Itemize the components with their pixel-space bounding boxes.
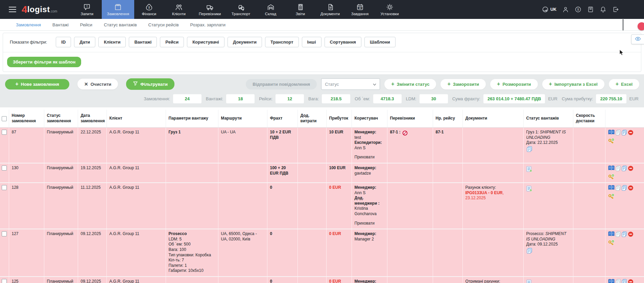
subnav-item-статус-вантажів[interactable]: Статус вантажів [98, 22, 142, 27]
hide-link[interactable]: Приховати [355, 155, 384, 160]
copy-docs-icon[interactable] [622, 165, 627, 171]
remove-icon[interactable] [628, 279, 634, 283]
hide-link[interactable]: Приховати [355, 221, 384, 226]
copy-pages-icon[interactable] [526, 248, 532, 255]
documents-cell [462, 229, 523, 277]
copy-icon[interactable] [616, 279, 621, 283]
nav-item-фінанси[interactable]: $Фінанси [134, 0, 164, 19]
subnav-item-розрах-зарплати[interactable]: Розрах. зарплати [185, 22, 232, 27]
trip-number-cell [433, 183, 462, 229]
row-checkbox[interactable] [2, 185, 7, 190]
total-value: 12 [276, 94, 304, 103]
order-date-cell: 11.12.2025 [78, 183, 106, 229]
subnav-item-рейси[interactable]: Рейси [74, 22, 98, 27]
row-checkbox[interactable] [2, 231, 7, 236]
carriers-cell [387, 277, 433, 283]
copy-pages-icon[interactable] [526, 146, 532, 154]
notification-badge[interactable] [638, 22, 644, 30]
імпортувати-з-excel-button[interactable]: +Імпортувати з Excel [542, 79, 604, 89]
nav-item-звіти[interactable]: Звіти [286, 0, 315, 19]
nav-item-запити[interactable]: ?Запити [72, 0, 102, 19]
log-book-icon[interactable] [608, 231, 615, 236]
user-icon[interactable] [562, 6, 569, 13]
select-all-checkbox[interactable] [2, 116, 7, 121]
log-book-icon[interactable] [608, 165, 615, 171]
filter-chip-документи[interactable]: Документи [228, 37, 262, 47]
subnav-item-замовлення[interactable]: Замовлення [10, 22, 47, 27]
row-checkbox[interactable] [2, 130, 7, 135]
carriers-cell [387, 183, 433, 229]
doc-icon[interactable] [526, 280, 531, 283]
logo[interactable]: 4logist.com [22, 0, 57, 19]
remove-icon[interactable] [628, 165, 634, 171]
copy-icon[interactable] [616, 130, 621, 135]
row-checkbox[interactable] [2, 279, 7, 283]
filter-chip-рейси[interactable]: Рейси [160, 37, 184, 47]
remove-icon[interactable] [628, 130, 634, 135]
show-filters-label: Показати фільтри: [10, 40, 47, 45]
key-add-icon[interactable] [608, 138, 615, 144]
copy-icon[interactable] [616, 185, 621, 191]
copy-icon[interactable] [616, 231, 621, 237]
book-icon[interactable] [587, 6, 594, 13]
фільтрувати-button[interactable]: Фільтрувати [126, 78, 174, 90]
copy-docs-icon[interactable] [622, 130, 627, 135]
змінити-статус-button[interactable]: +Змінити статус [384, 79, 436, 89]
user-cell: Менеджер:Ann SДод. менеджери :Kristina G… [352, 183, 387, 229]
nav-item-завдання[interactable]: 12Завдання [345, 0, 375, 19]
nav-item-перевізники[interactable]: Перевізники [194, 0, 226, 19]
filter-chip-вантажі[interactable]: Вантажі [129, 37, 157, 47]
watch-toggle-button[interactable] [631, 34, 644, 44]
нове-замовлення-button[interactable]: +Нове замовлення [5, 79, 69, 89]
column-header-маршрути: Маршрути [218, 110, 267, 128]
carrier-status-icon[interactable] [402, 130, 408, 137]
nav-item-склад[interactable]: Склад [256, 0, 286, 19]
filter-chip-користувачі[interactable]: Користувачі [187, 37, 224, 47]
doc-add-icon[interactable] [526, 166, 532, 174]
log-book-icon[interactable] [608, 279, 615, 283]
filter-chip-сортування[interactable]: Сортування [325, 37, 361, 47]
save-filter-template-button[interactable]: Зберегти фільтри як шаблон [7, 57, 81, 67]
nav-item-документи[interactable]: Документи [315, 0, 345, 19]
send-message-button[interactable]: Відправити повідомлення [246, 79, 317, 89]
filter-chip-транспорт[interactable]: Транспорт [265, 37, 299, 47]
filter-chip-шаблони[interactable]: Шаблони [364, 37, 396, 47]
subnav-item-статуси-рейсів[interactable]: Статуси рейсів [143, 22, 185, 27]
bell-icon[interactable] [600, 6, 606, 13]
заморозити-button[interactable]: +Заморозити [440, 79, 486, 89]
subnav-item-вантажі[interactable]: Вантажі [47, 22, 74, 27]
row-checkbox[interactable] [2, 165, 7, 171]
log-book-icon[interactable] [608, 185, 615, 190]
excel-button[interactable]: +Excel [609, 79, 639, 89]
copy-docs-icon[interactable] [622, 185, 627, 191]
filter-chip-дати[interactable]: Дати [74, 37, 95, 47]
copy-icon[interactable] [616, 165, 621, 171]
copy-docs-icon[interactable] [622, 231, 627, 237]
plus-icon: + [616, 82, 619, 86]
remove-icon[interactable] [628, 185, 634, 191]
logout-icon[interactable] [612, 6, 619, 13]
filter-chip-id[interactable]: ID [56, 37, 71, 47]
nav-item-клієнти[interactable]: Клієнти [164, 0, 194, 19]
nav-item-транспорт[interactable]: Транспорт [226, 0, 256, 19]
filter-chip-клієнти[interactable]: Клієнти [98, 37, 126, 47]
key-add-icon[interactable] [608, 194, 615, 199]
очистити-button[interactable]: ✕Очистити [77, 79, 118, 89]
menu-icon[interactable] [0, 0, 22, 19]
nav-item-замовлення[interactable]: Замовлення [102, 0, 134, 19]
column-header-дата-замовлення: Дата замовлення [78, 110, 106, 128]
key-add-icon[interactable] [608, 240, 615, 246]
nav-item-установки[interactable]: Установки [375, 0, 405, 19]
row-actions-cell [605, 163, 644, 183]
copy-docs-icon[interactable] [622, 279, 627, 283]
language-switcher[interactable]: UK [542, 6, 556, 13]
filter-chip-інші[interactable]: Інші [302, 37, 321, 47]
розморозити-button[interactable]: +Розморозити [490, 79, 538, 89]
doc-add-icon[interactable] [526, 186, 532, 193]
status-select[interactable]: Статус [321, 78, 380, 90]
dollar-icon[interactable]: $ [575, 6, 581, 13]
remove-icon[interactable] [628, 231, 634, 237]
log-book-icon[interactable] [608, 130, 615, 135]
document-value[interactable]: IPG0133UA - 0 EUR, 23.12.2025 [466, 190, 521, 201]
key-add-icon[interactable] [608, 174, 615, 180]
